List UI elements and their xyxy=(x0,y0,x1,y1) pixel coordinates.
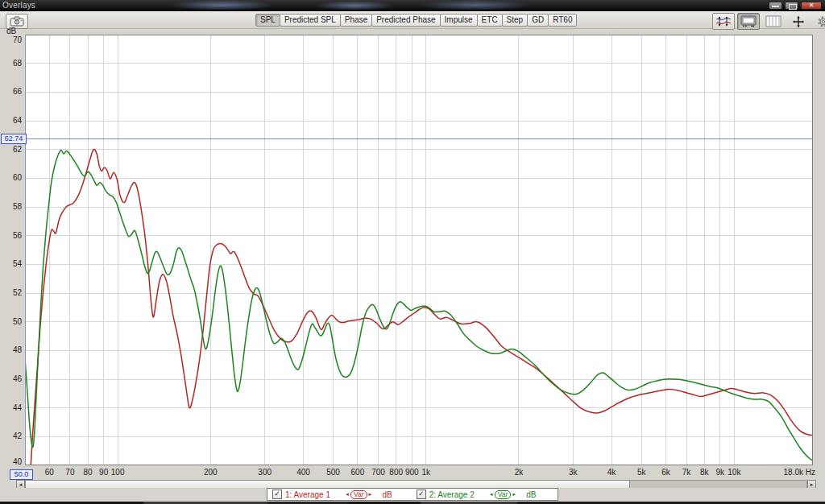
x-tick-label: 700 xyxy=(371,468,385,477)
legend-box: ✓1: Average 1◄Var►dB✓2: Average 2◄Var►dB xyxy=(267,488,558,501)
y-tick-label: 70 xyxy=(0,35,22,44)
columns-icon xyxy=(765,15,781,27)
x-tick-label: 400 xyxy=(296,468,310,477)
view-tabs: SPLPredicted SPLPhasePredicted PhaseImpu… xyxy=(256,14,577,27)
legend-trace-label: 1: Average 1 xyxy=(285,490,330,499)
smoothing-var-control[interactable]: ◄Var► xyxy=(489,490,517,499)
legend-bar: ✓1: Average 1◄Var►dB✓2: Average 2◄Var►dB xyxy=(0,488,825,502)
traces-arrows-icon xyxy=(715,15,732,27)
y-tick-label: 66 xyxy=(0,87,22,96)
y-tick-label: 58 xyxy=(0,202,22,211)
legend-trace-label: 2: Average 2 xyxy=(429,490,475,499)
window-title: Overlays xyxy=(2,1,35,10)
tab-phase[interactable]: Phase xyxy=(340,14,372,27)
legend-checkbox-2[interactable]: ✓ xyxy=(417,490,426,499)
tab-predicted-phase[interactable]: Predicted Phase xyxy=(371,14,440,27)
tab-spl[interactable]: SPL xyxy=(255,14,280,27)
background-glare xyxy=(169,0,274,10)
overlays-window: Overlays ✕ SPLPredicted SPLPhasePredicte… xyxy=(0,0,825,504)
tab-step[interactable]: Step xyxy=(502,14,529,27)
right-arrow-icon: ▸ xyxy=(810,481,814,487)
y-tick-label: 68 xyxy=(0,59,22,68)
y-tick-label: 56 xyxy=(0,231,22,240)
var-button[interactable]: Var xyxy=(495,490,512,499)
y-tick-label: 44 xyxy=(0,403,22,412)
maximize-button[interactable] xyxy=(785,2,798,10)
var-right-arrow-icon: ► xyxy=(512,492,516,497)
x-tick-label: 70 xyxy=(65,468,74,477)
settings-button[interactable] xyxy=(812,13,825,30)
x-tick-label: 5k xyxy=(637,468,646,477)
x-tick-label: 8k xyxy=(700,468,709,477)
x-tick-label: 200 xyxy=(204,468,218,477)
legend-unit-label: dB xyxy=(383,490,392,499)
four-way-arrows-icon xyxy=(791,15,806,28)
var-left-arrow-icon: ◄ xyxy=(345,492,350,497)
x-tick-label: 7k xyxy=(682,468,691,477)
y-tick-label: 48 xyxy=(0,345,22,354)
x-tick-label: 300 xyxy=(258,468,272,477)
tab-impulse[interactable]: Impulse xyxy=(440,14,478,27)
x-tick-label: 3k xyxy=(569,468,578,477)
y-tick-label: 52 xyxy=(0,288,22,297)
x-tick-label: 90 xyxy=(99,468,108,477)
window-titlebar[interactable]: Overlays ✕ xyxy=(0,0,825,11)
background-glare xyxy=(314,1,395,10)
x-tick-label: 10k xyxy=(728,468,740,477)
y-axis-unit-label: dB xyxy=(6,27,16,35)
gear-icon xyxy=(817,15,825,28)
left-arrow-icon: ◂ xyxy=(19,481,23,487)
tab-predicted-spl[interactable]: Predicted SPL xyxy=(280,14,341,27)
toolbar: SPLPredicted SPLPhasePredicted PhaseImpu… xyxy=(0,11,825,29)
pan-button[interactable] xyxy=(787,13,810,30)
smoothing-var-control[interactable]: ◄Var► xyxy=(345,490,373,499)
y-tick-label: 62 xyxy=(0,145,22,154)
y-tick-label: 40 xyxy=(0,457,22,466)
y-tick-label: 64 xyxy=(0,116,22,125)
x-tick-label: 2k xyxy=(515,468,524,477)
x-axis-end-label: 18.0k Hz xyxy=(773,468,815,477)
legend-unit-label: dB xyxy=(526,490,536,499)
tab-etc[interactable]: ETC xyxy=(477,14,503,27)
close-button[interactable]: ✕ xyxy=(801,2,822,10)
x-tick-label: 800 xyxy=(389,468,403,477)
spl-plot-area[interactable] xyxy=(25,35,813,465)
close-icon: ✕ xyxy=(809,2,815,9)
grid-columns-button[interactable] xyxy=(762,13,785,30)
y-tick-label: 54 xyxy=(0,259,22,268)
cursor-value-box: 62.74 xyxy=(1,134,27,144)
x-tick-label: 500 xyxy=(326,468,340,477)
var-right-arrow-icon: ► xyxy=(368,492,373,497)
x-tick-label: 600 xyxy=(351,468,365,477)
legend-checkbox-1[interactable]: ✓ xyxy=(272,490,282,499)
var-button[interactable]: Var xyxy=(350,490,367,499)
x-tick-label: 60 xyxy=(45,468,54,477)
tab-gd[interactable]: GD xyxy=(527,14,549,27)
x-tick-label: 80 xyxy=(84,468,93,477)
minimize-icon xyxy=(772,6,779,7)
var-left-arrow-icon: ◄ xyxy=(489,492,494,497)
y-tick-label: 50 xyxy=(0,317,22,326)
x-axis-start-field[interactable]: 50.0 xyxy=(10,469,33,480)
x-tick-label: 900 xyxy=(405,468,419,477)
x-tick-label: 9k xyxy=(716,468,725,477)
display-layout-button[interactable] xyxy=(737,13,760,30)
y-tick-label: 60 xyxy=(0,173,22,182)
maximize-icon xyxy=(789,4,797,10)
x-tick-label: 6k xyxy=(661,468,670,477)
toolbar-icon-group xyxy=(712,13,825,30)
y-tick-label: 46 xyxy=(0,374,22,383)
monitor-icon xyxy=(740,15,757,27)
align-traces-button[interactable] xyxy=(712,13,735,30)
y-tick-label: 42 xyxy=(0,432,22,440)
tab-rt60[interactable]: RT60 xyxy=(548,14,577,27)
x-tick-label: 100 xyxy=(111,468,125,477)
camera-icon xyxy=(10,16,24,27)
minimize-button[interactable] xyxy=(769,2,782,10)
x-tick-label: 1k xyxy=(421,468,430,477)
background-glare xyxy=(419,0,532,10)
x-tick-label: 4k xyxy=(607,468,616,477)
